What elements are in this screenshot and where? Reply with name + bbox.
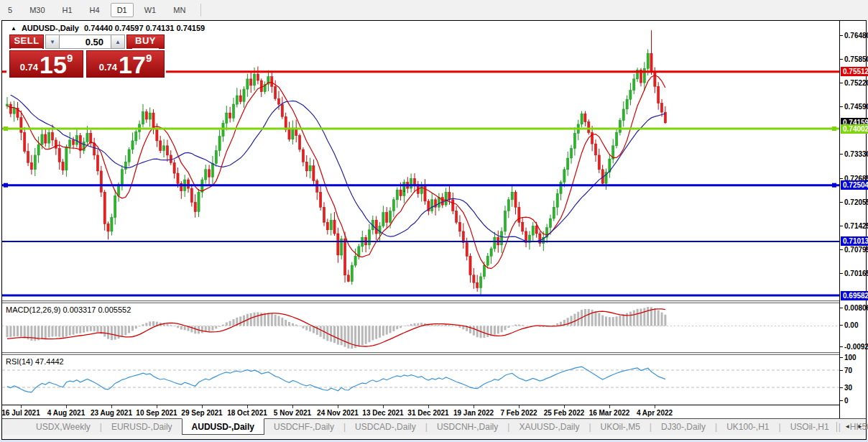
date-tick-mark <box>609 405 610 408</box>
symbol-tab-usdx[interactable]: USDX,Weekly <box>27 419 100 435</box>
axis-tick-mark <box>840 249 843 250</box>
symbol-tab-ukoil[interactable]: UKOil-,M5 <box>591 419 650 435</box>
date-tick-mark <box>564 405 565 408</box>
symbol-tab-bar: USDX,Weekly|EURUSD-,DailyAUDUSD-,DailyUS… <box>2 418 866 435</box>
axis-tick-mark <box>840 325 843 326</box>
window-filler <box>2 435 866 439</box>
price-axis-tick: 0.75220 <box>844 79 868 87</box>
buy-price-display[interactable]: 0.74 17 9 <box>86 50 165 78</box>
symbol-tab-usdchf[interactable]: USDCHF-,Daily <box>264 419 343 435</box>
price-badge: 0.69582 <box>841 291 868 300</box>
symbol-tab-uk100[interactable]: UK100-,H1 <box>717 419 778 435</box>
date-tick-mark <box>247 405 248 408</box>
symbol-tab-audusd[interactable]: AUDUSD-,Daily <box>182 418 264 435</box>
date-tick-mark <box>202 405 203 408</box>
date-tick-mark <box>111 405 112 408</box>
date-label: 23 Aug 2021 <box>91 409 132 417</box>
collapse-arrow-icon[interactable]: ▲ <box>11 25 17 32</box>
timeframe-button-m30[interactable]: M30 <box>23 3 51 17</box>
price-pane[interactable]: ↓ ▲ AUDUSD-,Daily 0.74440 0.74597 0.7413… <box>2 21 839 300</box>
volume-decrease-button[interactable]: ▼ <box>45 34 60 49</box>
sell-price-pip: 9 <box>67 52 73 64</box>
divider <box>836 422 837 432</box>
axis-tick-mark <box>840 357 843 358</box>
macd-pane[interactable]: MACD(12,26,9) 0.003317 0.005552 <box>2 303 839 352</box>
timeframe-button-h1[interactable]: H1 <box>56 3 79 17</box>
macd-axis-tick: 0.008061 <box>844 304 868 312</box>
line-handle[interactable] <box>832 126 836 131</box>
date-label: 31 Dec 2021 <box>407 409 448 417</box>
date-label: 19 Jan 2022 <box>453 409 494 417</box>
sell-price-prefix: 0.74 <box>20 62 38 73</box>
date-label: 18 Oct 2021 <box>227 409 267 417</box>
buy-button[interactable]: BUY <box>126 34 165 49</box>
macd-values: 0.003317 0.005552 <box>63 305 131 314</box>
price-axis-tick: 0.70795 <box>844 246 868 254</box>
symbol-tab-usdcnh[interactable]: USDCNH-,Daily <box>428 419 507 435</box>
timeframe-button-w1[interactable]: W1 <box>138 3 163 17</box>
symbol-tab-eurusd[interactable]: EURUSD-,Daily <box>102 419 182 435</box>
symbol-tab-dj30[interactable]: DJ30-,Daily <box>652 419 715 435</box>
symbol-tab-usdcad[interactable]: USDCAD-,Daily <box>346 419 425 435</box>
rsi-axis-tick: 70 <box>844 367 852 374</box>
timeframe-button-mn[interactable]: MN <box>167 3 192 17</box>
price-badge: 0.74002 <box>841 124 868 134</box>
price-axis-tick: 0.74590 <box>844 103 868 111</box>
timeframe-button-5[interactable]: 5 <box>1 3 19 17</box>
macd-label: MACD(12,26,9) 0.003317 0.005552 <box>6 305 131 314</box>
rsi-value: 47.4442 <box>35 357 64 366</box>
line-handle[interactable] <box>4 183 8 188</box>
timeframe-button-d1[interactable]: D1 <box>111 3 134 17</box>
date-tick-mark <box>519 405 520 408</box>
line-handle[interactable] <box>832 183 836 188</box>
volume-increase-button[interactable]: ▲ <box>111 34 125 49</box>
price-badge: 0.72504 <box>841 180 868 190</box>
tab-scroll-controls: ◄ ► <box>836 418 863 435</box>
date-tick-mark <box>292 405 293 408</box>
one-click-trade-panel: SELL ▼ ▲ BUY 0.74 15 9 0.74 17 9 <box>6 33 166 95</box>
date-label: 5 Nov 2021 <box>274 409 311 417</box>
rsi-axis-tick: 100 <box>844 354 857 362</box>
axis-tick-mark <box>840 346 843 347</box>
buy-price-big: 17 <box>119 54 146 75</box>
price-axis[interactable]: 0.0080610.00-0.009286100703000.764800.75… <box>839 21 866 418</box>
sell-button-label: SELL <box>11 35 42 49</box>
tab-scroll-right-button[interactable]: ► <box>857 423 863 430</box>
date-label: 29 Sep 2021 <box>181 409 222 417</box>
macd-axis-tick: -0.009286 <box>844 343 868 351</box>
symbol-tab-xauusd[interactable]: XAUUSD-,Daily <box>509 419 588 435</box>
date-tick-mark <box>428 405 429 408</box>
axis-tick-mark <box>840 308 843 308</box>
axis-tick-mark <box>840 83 843 83</box>
volume-input[interactable] <box>60 34 111 49</box>
date-label: 7 Feb 2022 <box>500 409 537 417</box>
symbol-tab-usoil[interactable]: USOil-,H1 <box>781 419 839 435</box>
axis-tick-mark <box>840 387 843 388</box>
rsi-chart[interactable] <box>2 355 839 405</box>
axis-tick-mark <box>840 35 843 36</box>
timeframe-toolbar: 5M30H1H4D1W1MN <box>0 0 868 19</box>
axis-tick-mark <box>840 154 843 155</box>
date-tick-mark <box>383 405 384 408</box>
date-label: 13 Dec 2021 <box>362 409 403 417</box>
date-label: 16 Mar 2022 <box>589 409 630 417</box>
date-tick-mark <box>474 405 474 408</box>
symbol-period-label: AUDUSD-,Daily <box>22 24 79 32</box>
axis-tick-mark <box>840 106 843 107</box>
toolbar-separator <box>200 4 201 17</box>
buy-button-label: BUY <box>132 35 159 49</box>
sell-price-display[interactable]: 0.74 15 9 <box>9 50 83 78</box>
rsi-pane[interactable]: RSI(14) 47.4442 <box>2 355 839 405</box>
chevron-up-icon: ▲ <box>115 39 121 45</box>
tab-scroll-left-button[interactable]: ◄ <box>844 423 850 430</box>
sell-price-big: 15 <box>40 54 67 75</box>
axis-tick-mark <box>840 226 843 226</box>
date-axis[interactable]: 16 Jul 20214 Aug 202123 Aug 202110 Sep 2… <box>2 405 839 418</box>
sell-button[interactable]: SELL <box>9 34 44 49</box>
date-label: 4 Aug 2021 <box>47 409 85 417</box>
buy-price-pip: 9 <box>146 52 152 64</box>
axis-tick-mark <box>840 202 843 203</box>
timeframe-button-h4[interactable]: H4 <box>83 3 106 17</box>
axis-tick-mark <box>840 400 843 401</box>
line-handle[interactable] <box>4 126 8 131</box>
